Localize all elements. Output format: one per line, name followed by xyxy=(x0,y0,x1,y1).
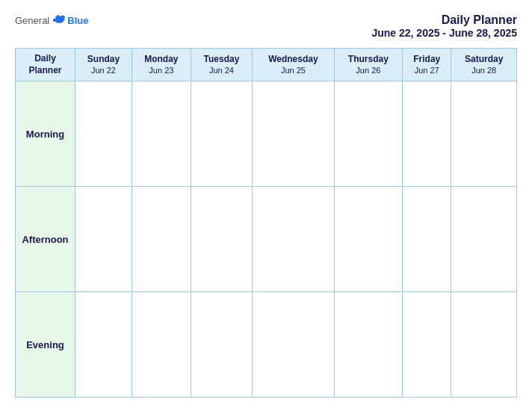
morning-label: Morning xyxy=(16,81,75,187)
saturday-name: Saturday xyxy=(454,54,513,66)
wednesday-date: Jun 25 xyxy=(256,65,330,75)
afternoon-wednesday[interactable] xyxy=(253,187,334,292)
page: General Blue Daily Planner June 22, 2025… xyxy=(0,0,532,411)
logo-area: General Blue xyxy=(15,13,88,27)
evening-thursday[interactable] xyxy=(334,292,402,398)
title-main: Daily Planner xyxy=(371,13,517,27)
evening-friday[interactable] xyxy=(403,292,451,398)
header-row: Daily Planner Sunday Jun 22 Monday Jun 2… xyxy=(16,49,517,81)
morning-tuesday[interactable] xyxy=(191,81,252,187)
col-sunday: Sunday Jun 22 xyxy=(75,49,132,81)
logo-text: General Blue xyxy=(15,13,88,27)
morning-saturday[interactable] xyxy=(451,81,517,187)
wednesday-name: Wednesday xyxy=(256,54,330,66)
col-friday: Friday Jun 27 xyxy=(403,49,451,81)
tuesday-name: Tuesday xyxy=(194,54,249,66)
title-area: Daily Planner June 22, 2025 - June 28, 2… xyxy=(371,13,517,39)
evening-sunday[interactable] xyxy=(75,292,132,398)
evening-row: Evening xyxy=(16,292,517,398)
morning-monday[interactable] xyxy=(132,81,191,187)
friday-name: Friday xyxy=(406,54,448,66)
evening-wednesday[interactable] xyxy=(253,292,334,398)
col-saturday: Saturday Jun 28 xyxy=(451,49,517,81)
afternoon-sunday[interactable] xyxy=(75,187,132,292)
morning-row: Morning xyxy=(16,81,517,187)
evening-label: Evening xyxy=(16,292,75,398)
col-tuesday: Tuesday Jun 24 xyxy=(191,49,252,81)
afternoon-tuesday[interactable] xyxy=(191,187,252,292)
header: General Blue Daily Planner June 22, 2025… xyxy=(15,13,517,39)
evening-saturday[interactable] xyxy=(451,292,517,398)
calendar-table: Daily Planner Sunday Jun 22 Monday Jun 2… xyxy=(15,48,517,398)
monday-name: Monday xyxy=(135,54,188,66)
morning-friday[interactable] xyxy=(403,81,451,187)
thursday-name: Thursday xyxy=(338,54,399,66)
logo-bird-icon xyxy=(52,13,66,27)
logo-general-text: General xyxy=(15,15,49,26)
col-thursday: Thursday Jun 26 xyxy=(334,49,402,81)
morning-wednesday[interactable] xyxy=(253,81,334,187)
afternoon-monday[interactable] xyxy=(132,187,191,292)
col-wednesday: Wednesday Jun 25 xyxy=(253,49,334,81)
afternoon-label: Afternoon xyxy=(16,187,75,292)
morning-sunday[interactable] xyxy=(75,81,132,187)
col-monday: Monday Jun 23 xyxy=(132,49,191,81)
saturday-date: Jun 28 xyxy=(454,65,513,75)
planner-header-cell: Daily Planner xyxy=(16,49,75,81)
evening-monday[interactable] xyxy=(132,292,191,398)
title-date: June 22, 2025 - June 28, 2025 xyxy=(371,27,517,39)
afternoon-saturday[interactable] xyxy=(451,187,517,292)
sunday-name: Sunday xyxy=(78,54,129,66)
sunday-date: Jun 22 xyxy=(78,65,129,75)
logo-blue-text: Blue xyxy=(67,15,88,26)
planner-label1: Daily xyxy=(34,53,56,64)
monday-date: Jun 23 xyxy=(135,65,188,75)
afternoon-friday[interactable] xyxy=(403,187,451,292)
friday-date: Jun 27 xyxy=(406,65,448,75)
evening-tuesday[interactable] xyxy=(191,292,252,398)
thursday-date: Jun 26 xyxy=(338,65,399,75)
afternoon-thursday[interactable] xyxy=(334,187,402,292)
morning-thursday[interactable] xyxy=(334,81,402,187)
tuesday-date: Jun 24 xyxy=(194,65,249,75)
planner-label2: Planner xyxy=(28,65,61,75)
afternoon-row: Afternoon xyxy=(16,187,517,292)
